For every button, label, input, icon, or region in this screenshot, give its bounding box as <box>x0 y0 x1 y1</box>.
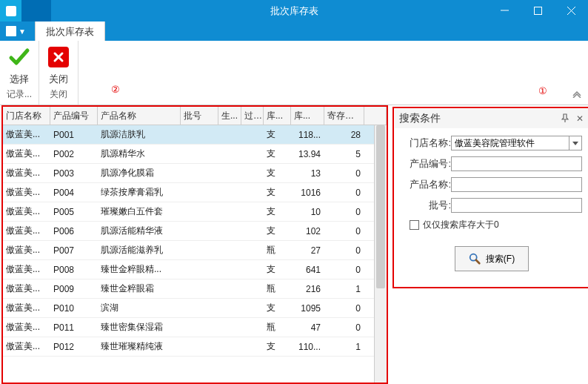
label-name: 产品名称: <box>401 178 451 191</box>
table-row[interactable]: 傲蓝美...P001肌源洁肤乳支118...28 <box>3 125 387 145</box>
side-panel: 搜索条件 ✕ 门店名称: 产品编号: <box>390 105 588 384</box>
maximize-button[interactable] <box>521 0 555 21</box>
table-row[interactable]: 傲蓝美...P002肌源精华水支13.945 <box>3 145 387 164</box>
search-header: 搜索条件 ✕ <box>395 109 588 128</box>
col-store[interactable]: 门店名称 <box>3 107 50 125</box>
sku-input[interactable] <box>451 156 582 171</box>
qat-area <box>21 0 51 21</box>
table-row[interactable]: 傲蓝美...P009臻世金粹眼霜瓶2161 <box>3 279 387 299</box>
minimize-button[interactable] <box>488 0 521 21</box>
table-body: 傲蓝美...P001肌源洁肤乳支118...28傲蓝美...P002肌源精华水支… <box>3 125 387 383</box>
svg-rect-1 <box>535 7 542 15</box>
table-row[interactable]: 傲蓝美...P010滨湖支10950 <box>3 299 387 318</box>
app-logo <box>0 0 21 21</box>
label-sku: 产品编号: <box>401 157 451 171</box>
name-input[interactable] <box>451 177 582 192</box>
col-qty[interactable]: 库... <box>291 107 324 125</box>
svg-marker-6 <box>572 142 578 145</box>
toolbar-group-record: 选择 记录... <box>0 41 39 105</box>
batch-input[interactable] <box>451 198 582 213</box>
search-icon <box>468 252 481 265</box>
table-row[interactable]: 傲蓝美...P011臻世密集保湿霜瓶470 <box>3 318 387 337</box>
col-dep[interactable]: 寄存库... <box>324 107 364 125</box>
col-prod[interactable]: 生... <box>218 107 241 125</box>
menu-bar: ▼ 批次库存表 <box>0 21 588 41</box>
close-panel-icon[interactable]: ✕ <box>576 113 584 125</box>
checkbox-icon <box>410 220 419 230</box>
toolbar-group-close: 关闭 关闭 <box>39 41 78 105</box>
data-table: 门店名称 产品编号 产品名称 批号 生... 过... 库... 库... 寄存… <box>1 105 388 384</box>
col-exp[interactable]: 过... <box>241 107 264 125</box>
vertical-scrollbar[interactable] <box>374 125 387 383</box>
toolbar-group-label-close: 关闭 <box>50 86 67 103</box>
gt-zero-checkbox[interactable]: 仅仅搜索库存大于0 <box>410 219 582 231</box>
main-area: 门店名称 产品编号 产品名称 批号 生... 过... 库... 库... 寄存… <box>0 105 588 384</box>
table-row[interactable]: 傲蓝美...P005璀璨嫩白五件套支100 <box>3 202 387 222</box>
store-dropdown-button[interactable] <box>569 136 582 150</box>
table-row[interactable]: 傲蓝美...P012臻世璀璨精纯液支110...1 <box>3 337 387 357</box>
title-bar: 批次库存表 <box>0 0 588 21</box>
label-batch: 批号: <box>401 199 451 212</box>
file-menu-button[interactable]: ▼ <box>0 26 32 36</box>
marker-2: ② <box>111 84 120 95</box>
table-row[interactable]: 傲蓝美...P006肌源活能精华液支1020 <box>3 222 387 241</box>
search-title: 搜索条件 <box>399 112 441 125</box>
store-select[interactable] <box>451 136 569 150</box>
table-row[interactable]: 傲蓝美...P007肌源活能滋养乳瓶270 <box>3 241 387 260</box>
table-row[interactable]: 傲蓝美...P008臻世金粹眼精...支6410 <box>3 260 387 279</box>
col-sku[interactable]: 产品编号 <box>50 107 98 125</box>
col-name[interactable]: 产品名称 <box>98 107 181 125</box>
table-row[interactable]: 傲蓝美...P003肌源净化膜霜支130 <box>3 164 387 183</box>
search-panel: 搜索条件 ✕ 门店名称: 产品编号: <box>392 107 588 288</box>
marker-1: ① <box>538 85 547 96</box>
close-button[interactable]: 关闭 <box>39 41 78 86</box>
col-extra <box>364 107 387 125</box>
toolbar: 选择 记录... 关闭 关闭 ② ① <box>0 41 588 105</box>
col-unit[interactable]: 库... <box>264 107 291 125</box>
pin-icon[interactable] <box>561 113 569 125</box>
col-batch[interactable]: 批号 <box>181 107 218 125</box>
collapse-ribbon-button[interactable] <box>572 90 582 100</box>
close-window-button[interactable] <box>555 0 588 21</box>
svg-line-8 <box>476 260 480 264</box>
window-title: 批次库存表 <box>270 4 318 18</box>
tab-batch-stock[interactable]: 批次库存表 <box>35 20 105 43</box>
label-store: 门店名称: <box>401 136 451 150</box>
table-header: 门店名称 产品编号 产品名称 批号 生... 过... 库... 库... 寄存… <box>3 107 387 125</box>
toolbar-group-label-record: 记录... <box>7 86 32 103</box>
select-button[interactable]: 选择 <box>0 41 39 86</box>
search-button[interactable]: 搜索(F) <box>455 246 529 271</box>
search-form: 门店名称: 产品编号: 产品名称: 批号: <box>395 128 588 286</box>
table-row[interactable]: 傲蓝美...P004绿茶按摩膏霜乳支10160 <box>3 183 387 202</box>
